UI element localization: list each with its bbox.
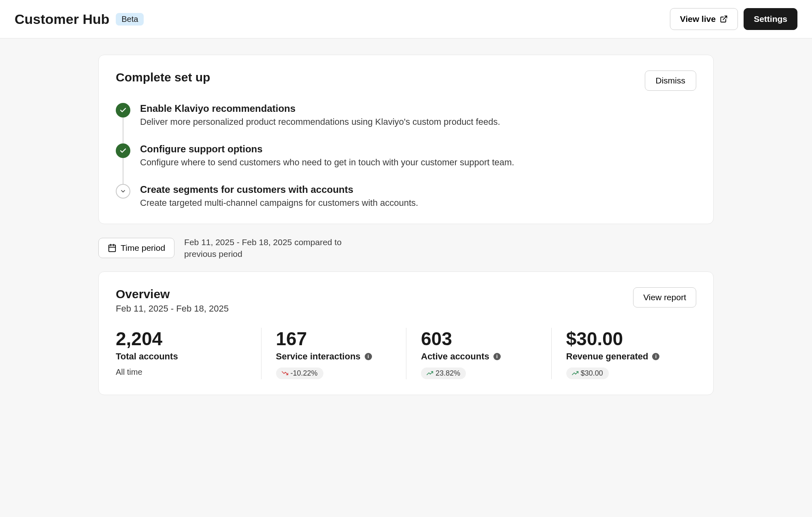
metric-delta: 23.82% (436, 369, 460, 378)
trend-down-icon (282, 370, 288, 376)
metric-label: Total accounts (116, 351, 178, 362)
svg-rect-1 (109, 245, 116, 252)
page-header: Customer Hub Beta View live Settings (0, 0, 812, 38)
dismiss-button[interactable]: Dismiss (645, 70, 697, 91)
overview-subtitle: Feb 11, 2025 - Feb 18, 2025 (116, 303, 229, 314)
metric-label: Service interactions (276, 351, 361, 362)
setup-step-desc: Deliver more personalized product recomm… (140, 117, 696, 127)
check-icon (116, 103, 130, 118)
trend-up-icon (572, 370, 578, 376)
settings-label: Settings (754, 14, 787, 24)
metric-revenue-generated: $30.00 Revenue generated i $30.00 (551, 328, 697, 379)
main-content: Complete set up Dismiss Enable Klaviyo r… (50, 38, 762, 415)
setup-step-body: Enable Klaviyo recommendations Deliver m… (140, 103, 696, 127)
setup-step-title: Create segments for customers with accou… (140, 184, 696, 195)
beta-badge: Beta (116, 13, 144, 26)
setup-steps: Enable Klaviyo recommendations Deliver m… (116, 103, 696, 208)
metric-label-row: Active accounts i (421, 351, 537, 362)
metric-total-accounts: 2,204 Total accounts All time (116, 328, 261, 379)
view-live-label: View live (680, 14, 716, 24)
chevron-down-icon (116, 184, 130, 199)
trend-up-icon (427, 370, 433, 376)
time-period-description: Feb 11, 2025 - Feb 18, 2025 compared to … (184, 236, 362, 260)
setup-card-header: Complete set up Dismiss (116, 70, 696, 91)
metric-label-row: Service interactions i (276, 351, 392, 362)
check-icon (116, 143, 130, 158)
overview-card: Overview Feb 11, 2025 - Feb 18, 2025 Vie… (98, 271, 714, 395)
setup-step-title: Enable Klaviyo recommendations (140, 103, 696, 114)
step-connector (123, 118, 123, 144)
metric-delta-chip: $30.00 (566, 367, 609, 379)
metric-delta: -10.22% (291, 369, 318, 378)
metric-sublabel: All time (116, 367, 247, 377)
overview-header: Overview Feb 11, 2025 - Feb 18, 2025 Vie… (116, 287, 696, 314)
view-live-button[interactable]: View live (670, 8, 738, 30)
calendar-icon (108, 244, 117, 252)
metric-label-row: Revenue generated i (566, 351, 682, 362)
metric-label-row: Total accounts (116, 351, 247, 362)
setup-step-desc: Configure where to send customers who ne… (140, 157, 696, 168)
overview-metrics: 2,204 Total accounts All time 167 Servic… (116, 328, 696, 379)
metric-value: 167 (276, 328, 392, 350)
setup-card: Complete set up Dismiss Enable Klaviyo r… (98, 55, 714, 224)
setup-step[interactable]: Create segments for customers with accou… (116, 184, 696, 208)
metric-label: Active accounts (421, 351, 489, 362)
overview-title: Overview (116, 287, 229, 301)
page-title: Customer Hub (15, 11, 109, 27)
setup-step-body: Create segments for customers with accou… (140, 184, 696, 208)
time-period-button[interactable]: Time period (98, 238, 174, 258)
info-icon[interactable]: i (365, 353, 372, 360)
info-icon[interactable]: i (493, 353, 501, 360)
metric-label: Revenue generated (566, 351, 648, 362)
setup-step[interactable]: Configure support options Configure wher… (116, 143, 696, 184)
metric-value: 2,204 (116, 328, 247, 350)
setup-step[interactable]: Enable Klaviyo recommendations Deliver m… (116, 103, 696, 143)
time-period-label: Time period (121, 243, 165, 253)
metric-value: 603 (421, 328, 537, 350)
metric-value: $30.00 (566, 328, 682, 350)
metric-delta: $30.00 (581, 369, 603, 378)
svg-line-0 (723, 16, 727, 20)
metric-service-interactions: 167 Service interactions i -10.22% (261, 328, 406, 379)
step-connector (123, 158, 123, 185)
metric-delta-chip: -10.22% (276, 367, 323, 379)
setup-step-title: Configure support options (140, 143, 696, 155)
overview-titles: Overview Feb 11, 2025 - Feb 18, 2025 (116, 287, 229, 314)
view-report-button[interactable]: View report (633, 287, 696, 308)
setup-step-desc: Create targeted multi-channel campaigns … (140, 198, 696, 208)
setup-step-body: Configure support options Configure wher… (140, 143, 696, 168)
external-link-icon (720, 15, 728, 23)
metric-active-accounts: 603 Active accounts i 23.82% (406, 328, 551, 379)
settings-button[interactable]: Settings (744, 8, 797, 30)
header-left: Customer Hub Beta (15, 11, 144, 27)
info-icon[interactable]: i (652, 353, 659, 360)
header-actions: View live Settings (670, 8, 797, 30)
metric-delta-chip: 23.82% (421, 367, 466, 379)
time-period-row: Time period Feb 11, 2025 - Feb 18, 2025 … (98, 236, 714, 260)
setup-card-title: Complete set up (116, 70, 210, 84)
